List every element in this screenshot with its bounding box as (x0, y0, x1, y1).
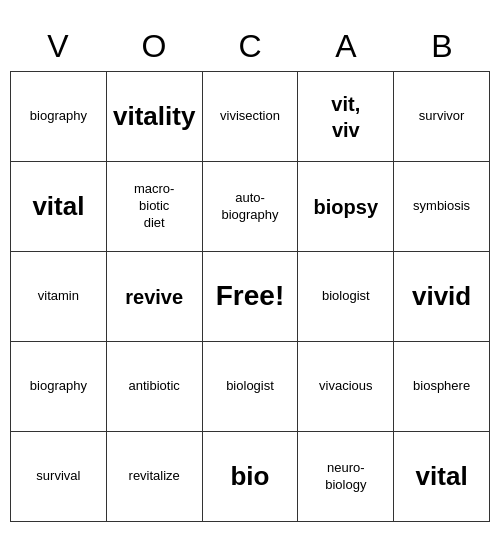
header-letter: B (394, 22, 490, 71)
bingo-cell-r0-c0: biography (11, 72, 107, 162)
bingo-cell-r1-c2: auto-biography (203, 162, 299, 252)
bingo-grid: biographyvitalityvivisectionvit,vivsurvi… (10, 71, 490, 522)
header-letter: A (298, 22, 394, 71)
bingo-cell-r3-c1: antibiotic (107, 342, 203, 432)
bingo-cell-r3-c0: biography (11, 342, 107, 432)
bingo-cell-r3-c2: biologist (203, 342, 299, 432)
bingo-cell-r2-c1: revive (107, 252, 203, 342)
bingo-cell-r0-c1: vitality (107, 72, 203, 162)
bingo-card: VOCAB biographyvitalityvivisectionvit,vi… (10, 22, 490, 522)
bingo-cell-r4-c1: revitalize (107, 432, 203, 522)
bingo-cell-r0-c4: survivor (394, 72, 490, 162)
bingo-cell-r0-c2: vivisection (203, 72, 299, 162)
bingo-cell-r4-c3: neuro-biology (298, 432, 394, 522)
bingo-cell-r1-c0: vital (11, 162, 107, 252)
bingo-cell-r2-c3: biologist (298, 252, 394, 342)
header-letter: C (202, 22, 298, 71)
bingo-cell-r4-c2: bio (203, 432, 299, 522)
bingo-cell-r1-c3: biopsy (298, 162, 394, 252)
bingo-cell-r0-c3: vit,viv (298, 72, 394, 162)
bingo-cell-r3-c3: vivacious (298, 342, 394, 432)
bingo-cell-r2-c0: vitamin (11, 252, 107, 342)
header-letter: O (106, 22, 202, 71)
header-letter: V (10, 22, 106, 71)
bingo-cell-r2-c4: vivid (394, 252, 490, 342)
bingo-cell-r2-c2: Free! (203, 252, 299, 342)
bingo-cell-r1-c1: macro-bioticdiet (107, 162, 203, 252)
bingo-cell-r4-c0: survival (11, 432, 107, 522)
bingo-header: VOCAB (10, 22, 490, 71)
bingo-cell-r1-c4: symbiosis (394, 162, 490, 252)
bingo-cell-r4-c4: vital (394, 432, 490, 522)
bingo-cell-r3-c4: biosphere (394, 342, 490, 432)
